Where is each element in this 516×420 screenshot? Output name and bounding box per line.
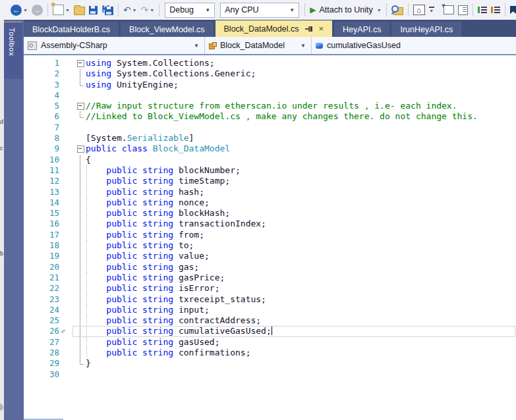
- outline-connector: [80, 273, 80, 283]
- collapse-region-icon[interactable]: [77, 103, 84, 110]
- code-line[interactable]: 23 public string txreceipt_status;: [24, 294, 516, 305]
- code-line[interactable]: 20 public string gas;: [24, 262, 516, 273]
- uncomment-lines-button[interactable]: [490, 5, 502, 15]
- document-outline-button[interactable]: [457, 4, 469, 16]
- outline-connector: [80, 165, 80, 176]
- token: Serializable: [127, 133, 189, 143]
- code-line[interactable]: 15 public string blockHash;: [24, 208, 516, 219]
- project-dropdown[interactable]: Assembly-CSharp ▼: [24, 37, 205, 54]
- code-line[interactable]: 3using UnityEngine;: [24, 80, 516, 90]
- indent-guide: [86, 187, 87, 197]
- tab-blockdataholderb-cs[interactable]: BlockDataHolderB.cs: [24, 22, 119, 37]
- comment-lines-button[interactable]: [476, 5, 488, 15]
- find-in-files-button[interactable]: [390, 4, 405, 16]
- tab-block_viewmodel-cs[interactable]: Block_ViewModel.cs: [121, 22, 213, 37]
- code-line[interactable]: 21 public string gasPrice;: [24, 273, 516, 283]
- solution-platform-dropdown[interactable]: Any CPU ▼: [220, 3, 299, 18]
- code-line[interactable]: 14 public string nonce;: [24, 197, 516, 208]
- code-line[interactable]: 9public class Block_DataModel: [24, 144, 516, 154]
- token: public string: [106, 305, 179, 315]
- member-dropdown[interactable]: cumulativeGasUsed: [312, 37, 516, 54]
- code-line[interactable]: 25 public string contractAddress;: [24, 315, 516, 326]
- outlining-margin: [75, 187, 86, 197]
- editor-navigation-bar: Assembly-CSharp ▼ Block_DataModel ▼ cumu…: [24, 37, 516, 55]
- new-item-button[interactable]: ▼: [51, 3, 71, 16]
- attach-to-unity-button[interactable]: ▶ Attach to Unity ▼: [308, 4, 382, 16]
- token: [86, 240, 106, 250]
- navigate-back-button[interactable]: ← ▼: [9, 3, 29, 17]
- solution-explorer-home-button[interactable]: ⌂: [412, 3, 426, 16]
- outlining-margin: [75, 111, 86, 122]
- save-icon: [89, 6, 98, 14]
- outlining-margin: [75, 305, 86, 315]
- code-line[interactable]: 1using System.Collections;: [24, 58, 516, 68]
- change-indicator-margin: [59, 187, 75, 197]
- save-button[interactable]: [88, 5, 99, 16]
- token: public string: [106, 187, 179, 197]
- code-text: public string txreceipt_status;: [86, 294, 516, 305]
- code-line[interactable]: 2using System.Collections.Generic;: [24, 68, 516, 79]
- code-line[interactable]: 26✎ public string cumulativeGasUsed;: [24, 326, 516, 336]
- code-line[interactable]: 13 public string hash;: [24, 187, 516, 197]
- code-line[interactable]: 28 public string confirmations;: [24, 348, 516, 358]
- code-line[interactable]: 19 public string value;: [24, 251, 516, 261]
- code-line[interactable]: 16 public string transactionIndex;: [24, 219, 516, 229]
- vs-ide-window: ← ▼ → ▼ ↶ ▼ ↷ ▼: [0, 0, 516, 420]
- close-tab-icon[interactable]: ×: [318, 24, 324, 33]
- collapse-region-icon[interactable]: [77, 145, 84, 153]
- toolbox-tab[interactable]: Toolbox: [4, 22, 22, 79]
- outline-connector: [80, 197, 80, 208]
- pin-tab-icon[interactable]: [305, 26, 313, 32]
- indent-guide: [86, 326, 87, 336]
- undo-button[interactable]: ↶ ▼: [122, 4, 138, 16]
- code-editor[interactable]: 1using System.Collections;2using System.…: [24, 55, 516, 420]
- outline-connector: [80, 111, 84, 118]
- code-line[interactable]: 22 public string isError;: [24, 283, 516, 294]
- code-line[interactable]: 7: [24, 122, 516, 133]
- code-line[interactable]: 8[System.Serializable]: [24, 133, 516, 144]
- save-all-button[interactable]: [100, 3, 115, 16]
- solution-configuration-dropdown[interactable]: Debug ▼: [165, 3, 215, 18]
- line-number: 12: [24, 176, 59, 186]
- code-line[interactable]: 12 public string timeStamp;: [24, 176, 516, 186]
- collapse-region-icon[interactable]: [77, 60, 84, 67]
- code-line[interactable]: 17 public string from;: [24, 230, 516, 240]
- code-line[interactable]: 5//Raw input structure from etherscan.io…: [24, 101, 516, 111]
- minimize-window-button[interactable]: ▼: [428, 5, 436, 14]
- tab-block_datamodel-cs[interactable]: Block_DataModel.cs×: [215, 20, 333, 37]
- code-line[interactable]: 10{: [24, 155, 516, 165]
- code-text: //Linked to Block_ViewModel.cs , make an…: [86, 111, 516, 122]
- edge-circle-fragment: [0, 404, 3, 411]
- code-text: public string input;: [86, 305, 516, 315]
- chevron-down-icon: ▼: [65, 8, 70, 13]
- code-text: public string value;: [86, 251, 516, 261]
- outline-connector: [80, 337, 80, 348]
- toggle-bookmark-button[interactable]: [509, 5, 516, 16]
- code-line[interactable]: 18 public string to;: [24, 240, 516, 251]
- code-line[interactable]: 29}: [24, 358, 516, 369]
- code-line[interactable]: 30: [24, 369, 516, 380]
- code-line[interactable]: 6//Linked to Block_ViewModel.cs , make a…: [24, 111, 516, 122]
- outlining-margin[interactable]: [75, 144, 86, 154]
- outlining-margin: [75, 165, 86, 176]
- code-line[interactable]: 11 public string blockNumber;: [24, 165, 516, 176]
- code-line[interactable]: 27 public string gasUsed;: [24, 337, 516, 348]
- code-text: using UnityEngine;: [86, 80, 516, 90]
- redo-button[interactable]: ↷ ▼: [140, 4, 156, 16]
- project-name: Assembly-CSharp: [41, 41, 107, 50]
- indent-guide: [86, 165, 87, 176]
- change-indicator-margin: [59, 155, 75, 165]
- open-file-button[interactable]: [72, 3, 86, 16]
- tab-heyapi-cs[interactable]: HeyAPI.cs: [334, 22, 389, 37]
- back-icon: ←: [11, 5, 22, 16]
- navigate-forward-button[interactable]: →: [30, 3, 44, 17]
- code-text: public string cumulativeGasUsed;: [86, 326, 516, 336]
- code-line[interactable]: 4: [24, 90, 516, 101]
- type-dropdown[interactable]: Block_DataModel ▼: [205, 37, 312, 54]
- sync-with-active-document-button[interactable]: [442, 4, 455, 16]
- token: [86, 305, 106, 315]
- tab-irunheyapi-cs[interactable]: IrunHeyAPI.cs: [391, 22, 461, 37]
- outlining-margin[interactable]: [75, 101, 86, 111]
- code-line[interactable]: 24 public string input;: [24, 305, 516, 315]
- outlining-margin[interactable]: [75, 58, 86, 68]
